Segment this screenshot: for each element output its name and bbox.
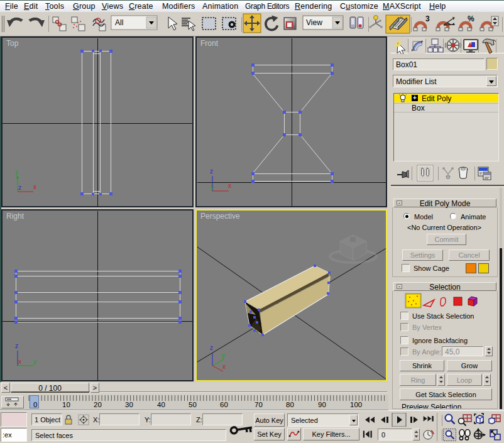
svg-text:z: z: [210, 344, 213, 351]
svg-text:z: z: [18, 184, 21, 191]
svg-text:50: 50: [189, 401, 197, 408]
svg-text:z: z: [15, 342, 18, 349]
svg-text:y: y: [33, 358, 36, 365]
svg-text:z: z: [210, 168, 213, 175]
svg-text:30: 30: [125, 401, 133, 408]
svg-text:10: 10: [62, 401, 70, 408]
svg-text:y: y: [15, 168, 18, 175]
svg-text:100: 100: [350, 401, 362, 408]
svg-text:x: x: [33, 183, 36, 190]
svg-text:x: x: [228, 182, 231, 189]
svg-text:x: x: [18, 358, 21, 365]
svg-text:x: x: [222, 363, 226, 370]
svg-text:40: 40: [157, 401, 165, 408]
svg-text:90: 90: [318, 401, 326, 408]
svg-text:70: 70: [255, 401, 263, 408]
svg-text:80: 80: [286, 401, 294, 408]
svg-text:20: 20: [94, 401, 102, 408]
svg-text:y: y: [211, 184, 214, 191]
svg-text:%: %: [468, 14, 474, 23]
svg-text:All: All: [115, 18, 123, 27]
svg-text:y: y: [222, 352, 225, 359]
svg-text:View: View: [306, 18, 322, 27]
svg-text:0: 0: [33, 401, 37, 408]
svg-text:3: 3: [425, 14, 430, 23]
svg-text:60: 60: [220, 401, 228, 408]
